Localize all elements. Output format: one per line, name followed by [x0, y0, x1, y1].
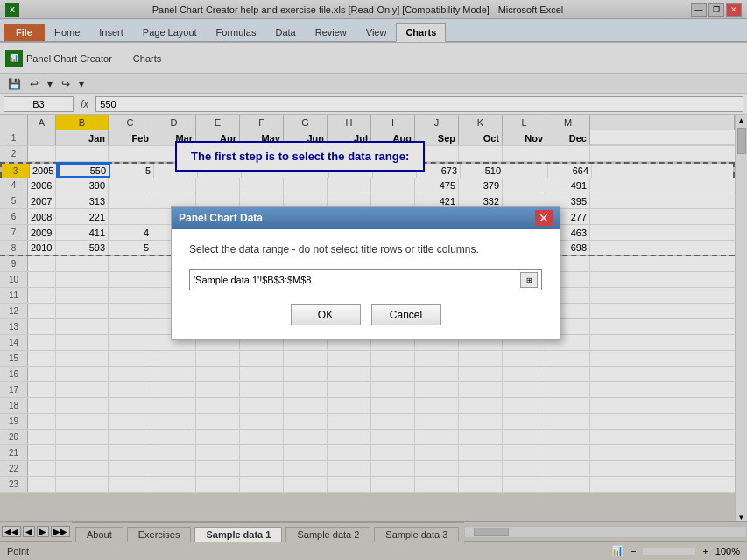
modal-cancel-button[interactable]: Cancel [371, 304, 441, 326]
modal-ok-button[interactable]: OK [291, 304, 361, 326]
modal-range-input[interactable] [194, 275, 517, 285]
modal-overlay: Panel Chart Data ✕ Select the data range… [0, 0, 747, 560]
modal-title-text: Panel Chart Data [179, 212, 263, 224]
modal-body: Select the data range - do not select ti… [172, 229, 560, 340]
main-window: X Panel Chart Creator help and exercise … [0, 0, 747, 560]
modal-close-button[interactable]: ✕ [535, 210, 553, 226]
modal-title-bar: Panel Chart Data ✕ [172, 206, 560, 229]
modal-instruction-text: Select the data range - do not select ti… [189, 243, 542, 256]
modal-dialog: Panel Chart Data ✕ Select the data range… [171, 206, 560, 340]
modal-range-select-button[interactable]: ⊞ [520, 272, 538, 288]
modal-buttons: OK Cancel [189, 304, 542, 326]
modal-input-row: ⊞ [189, 270, 542, 290]
